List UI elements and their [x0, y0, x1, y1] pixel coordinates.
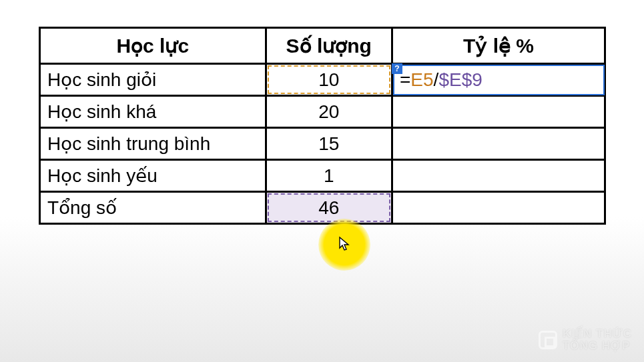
spreadsheet-table: Học lực Số lượng Tỷ lệ % Học sinh giỏi 1… [39, 27, 606, 225]
cell-qty-referenced[interactable]: 10 [266, 64, 392, 96]
cell-label[interactable]: Học sinh khá [40, 96, 266, 128]
mouse-cursor-icon [338, 236, 352, 256]
cell-label[interactable]: Học sinh trung bình [40, 128, 266, 160]
cell-percent[interactable] [392, 160, 605, 192]
cell-label-total[interactable]: Tổng số [40, 192, 266, 224]
watermark: KIẾN THỨC TỔNG HỢP [539, 328, 632, 353]
table-row: Học sinh giỏi 10 ? =E5/$E$9 [40, 64, 605, 96]
table-row: Học sinh trung bình 15 [40, 128, 605, 160]
cell-qty[interactable]: 15 [266, 128, 392, 160]
formula-ref-e5: E5 [410, 69, 433, 90]
header-so-luong: Số lượng [266, 28, 392, 64]
cell-qty[interactable]: 20 [266, 96, 392, 128]
formula-hint-badge: ? [392, 63, 402, 74]
cell-label[interactable]: Học sinh giỏi [40, 64, 266, 96]
cell-qty[interactable]: 1 [266, 160, 392, 192]
watermark-line2: TỔNG HỢP [563, 340, 632, 353]
watermark-logo-icon [539, 331, 557, 349]
cell-qty-total-referenced[interactable]: 46 [266, 192, 392, 224]
cell-percent[interactable] [392, 128, 605, 160]
table-row: Học sinh khá 20 [40, 96, 605, 128]
cursor-highlight [318, 219, 370, 271]
cell-percent[interactable] [392, 192, 605, 224]
header-hoc-luc: Học lực [40, 28, 266, 64]
cell-label[interactable]: Học sinh yếu [40, 160, 266, 192]
formula-editing-cell[interactable]: ? =E5/$E$9 [392, 64, 605, 96]
header-ty-le: Tỷ lệ % [392, 28, 605, 64]
header-row: Học lực Số lượng Tỷ lệ % [40, 28, 605, 64]
formula-ref-e9: $E$9 [438, 69, 482, 90]
table-row-total: Tổng số 46 [40, 192, 605, 224]
cell-percent[interactable] [392, 96, 605, 128]
watermark-line1: KIẾN THỨC [563, 328, 632, 341]
table-row: Học sinh yếu 1 [40, 160, 605, 192]
